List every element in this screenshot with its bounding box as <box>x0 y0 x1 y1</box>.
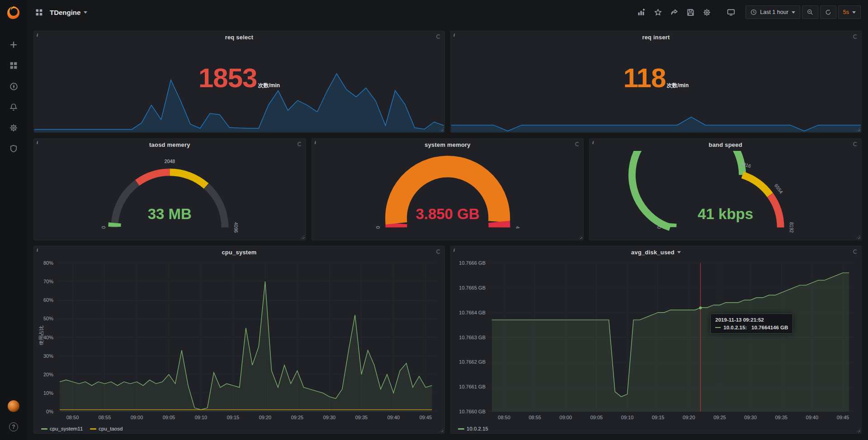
caret-down-icon <box>677 251 681 253</box>
panel-info-icon[interactable]: i <box>37 32 38 37</box>
y-tick-label: 10.7660 GB <box>459 409 486 414</box>
tooltip-series-dash <box>715 327 721 328</box>
gauge-segment <box>499 222 500 228</box>
gauge-segment <box>206 186 225 228</box>
sidebar-item-explore[interactable] <box>0 76 27 97</box>
tooltip-timestamp: 2019-11-13 09:21:52 <box>715 317 788 323</box>
legend-item[interactable]: cpu_system11 <box>41 426 83 431</box>
dashboard-grid-icon <box>35 9 43 16</box>
hover-point <box>699 306 702 309</box>
caret-down-icon <box>792 11 795 14</box>
panel-info-icon[interactable]: i <box>453 32 455 37</box>
x-tick-label: 08:50 <box>66 415 79 420</box>
dashboard-settings-button[interactable] <box>700 6 713 19</box>
panel-header[interactable]: req select <box>34 31 444 43</box>
cpu-system-chart[interactable]: 08:5008:5509:0009:0509:1009:1509:2009:25… <box>34 258 444 422</box>
y-tick-label: 10.7665 GB <box>459 285 486 290</box>
panel-header[interactable]: req insert <box>451 31 861 43</box>
settings-gear-icon <box>703 9 711 16</box>
sidebar-item-create[interactable] <box>0 34 27 55</box>
x-tick-label: 09:25 <box>291 415 304 420</box>
gauge-segment <box>170 172 207 186</box>
panel-title: req select <box>225 34 254 41</box>
grafana-logo[interactable] <box>5 5 22 22</box>
series-area <box>60 281 432 412</box>
sidebar-item-configuration[interactable] <box>0 117 27 138</box>
sidebar-item-help[interactable]: ? <box>0 417 27 437</box>
dashboard-picker-button[interactable] <box>33 6 45 19</box>
y-tick-label: 40% <box>43 335 53 340</box>
tooltip-value: 10.7664146 GB <box>751 325 788 330</box>
sidebar-item-profile[interactable] <box>0 396 27 417</box>
x-tick-label: 09:00 <box>560 415 572 420</box>
panel-avg-disk-used: i avg_disk_used 08:5008:5509:0009:0509:1… <box>450 246 862 434</box>
y-tick-label: 70% <box>43 279 53 284</box>
panel-header[interactable]: taosd memery <box>34 139 306 151</box>
panel-loading-icon <box>853 142 858 146</box>
sidebar-item-dashboards[interactable] <box>0 55 27 76</box>
gauge-scale-label: 0 <box>657 226 662 229</box>
time-range-picker-button[interactable]: Last 1 hour <box>745 5 800 19</box>
avatar <box>8 400 19 412</box>
y-tick-label: 10% <box>43 390 53 396</box>
share-dashboard-button[interactable] <box>668 6 680 19</box>
system-memory-gauge-chart[interactable]: 04 <box>312 151 584 240</box>
caret-down-icon <box>852 11 856 14</box>
gauge-scale-label: 0 <box>101 226 106 229</box>
panel-info-icon[interactable]: i <box>315 140 316 145</box>
band-speed-gauge-chart[interactable]: 0491665548192 <box>590 151 861 240</box>
panel-resize-handle[interactable] <box>439 428 443 432</box>
sidebar-item-alerting[interactable] <box>0 97 27 117</box>
y-tick-label: 80% <box>43 260 53 266</box>
refresh-icon <box>825 9 831 15</box>
panel-header[interactable]: avg_disk_used <box>451 246 861 258</box>
panel-cpu-system: i cpu_system 使用占比 08:5008:5509:0009:0509… <box>33 246 445 434</box>
shield-icon <box>9 145 18 153</box>
gauge-segment <box>743 175 770 195</box>
x-tick-label: 09:25 <box>713 415 726 420</box>
panel-header[interactable]: system memory <box>312 139 584 151</box>
x-tick-label: 09:40 <box>806 415 819 420</box>
grafana-logo-icon <box>5 5 22 21</box>
share-icon <box>670 9 678 16</box>
req-select-sparkline-chart[interactable] <box>34 69 444 132</box>
legend-item[interactable]: 10.0.2.15 <box>458 426 488 431</box>
star-dashboard-button[interactable] <box>651 6 664 19</box>
panel-info-icon[interactable]: i <box>37 247 38 253</box>
x-tick-label: 08:55 <box>99 415 111 420</box>
panel-header[interactable]: cpu_system <box>34 246 444 258</box>
gauge-segment <box>632 151 742 227</box>
gauge-segment <box>114 183 137 228</box>
panel-header[interactable]: band speed <box>590 139 861 151</box>
x-tick-label: 08:50 <box>498 415 510 420</box>
sparkline-area <box>451 117 861 132</box>
dashboards-icon <box>9 61 18 70</box>
panel-info-icon[interactable]: i <box>37 140 38 145</box>
panel-resize-handle[interactable] <box>856 428 860 432</box>
avg-disk-used-chart[interactable]: 08:5008:5509:0009:0509:1009:1509:2009:25… <box>451 258 861 422</box>
y-axis-label: 使用占比 <box>38 322 45 349</box>
dashboard-title[interactable]: TDengine <box>50 9 87 16</box>
req-insert-sparkline-chart[interactable] <box>451 69 861 132</box>
panel-loading-icon <box>297 142 302 146</box>
add-panel-button[interactable] <box>635 6 648 19</box>
legend-item[interactable]: cpu_taosd <box>90 426 123 431</box>
cycle-view-mode-button[interactable] <box>725 6 737 19</box>
panel-info-icon[interactable]: i <box>592 140 594 145</box>
x-tick-label: 09:45 <box>420 415 432 420</box>
add-panel-icon <box>637 8 646 16</box>
time-controls: Last 1 hour 5s <box>745 5 861 19</box>
y-tick-label: 60% <box>43 297 53 303</box>
zoom-out-time-button[interactable] <box>802 5 818 19</box>
refresh-interval-button[interactable]: 5s <box>838 5 861 19</box>
sidebar-item-server-admin[interactable] <box>0 138 27 159</box>
panel-info-icon[interactable]: i <box>453 247 455 253</box>
x-tick-label: 09:00 <box>131 415 143 420</box>
refresh-button[interactable] <box>820 5 836 19</box>
page-title: TDengine <box>50 9 80 16</box>
series-area <box>492 273 849 412</box>
gauge-segment <box>770 195 781 228</box>
dashboard-row-3: i cpu_system 使用占比 08:5008:5509:0009:0509… <box>33 246 862 434</box>
save-dashboard-button[interactable] <box>684 6 697 19</box>
taosd-memory-gauge-chart[interactable]: 020484096 <box>34 151 306 240</box>
